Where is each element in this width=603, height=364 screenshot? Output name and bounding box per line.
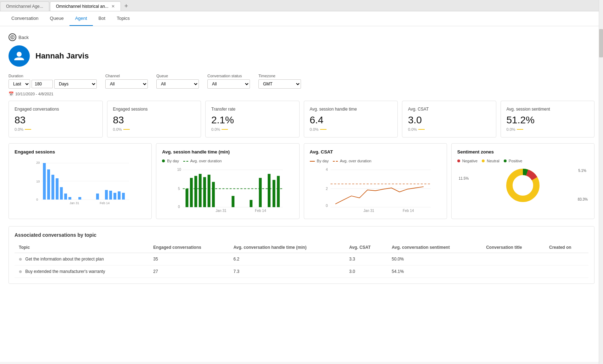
kpi-avg-handle: Avg. session handle time 6.4 0.0% xyxy=(304,101,398,138)
nav-conversation[interactable]: Conversation xyxy=(6,11,44,26)
engaged-sessions-chart: Engaged sessions 20 10 0 xyxy=(9,143,152,219)
close-icon[interactable]: ✕ xyxy=(111,4,115,9)
engaged-sessions-title: Engaged sessions xyxy=(15,149,146,155)
nav-queue[interactable]: Queue xyxy=(44,11,69,26)
tab-2[interactable]: Omnichannel historical an... ✕ xyxy=(50,1,121,11)
byday-dot xyxy=(162,159,165,162)
nav-bar: Conversation Queue Agent Bot Topics xyxy=(0,11,603,26)
positive-dot xyxy=(504,159,507,162)
svg-text:Jan 31: Jan 31 xyxy=(216,209,227,212)
tab-1[interactable]: Omnichannel Age... xyxy=(0,1,49,11)
kpi-5-value: 51.2% xyxy=(507,114,589,126)
kpi-1-title: Engaged sessions xyxy=(113,107,195,112)
timezone-label: Timezone xyxy=(258,74,301,78)
table-row: ⊕ Buy extended the manufacturer's warran… xyxy=(15,265,588,278)
kpi-4-bar xyxy=(418,129,425,130)
col-engaged-conv: Engaged conversations xyxy=(149,242,229,253)
kpi-row: Engaged conversations 83 0.0% Engaged se… xyxy=(9,101,594,138)
donut-chart xyxy=(503,166,542,205)
kpi-2-bar xyxy=(222,129,228,130)
scrollbar-thumb[interactable] xyxy=(599,29,603,57)
svg-rect-13 xyxy=(64,194,67,200)
avg-legend-item: Avg. over duration xyxy=(183,159,222,163)
neutral-label: Neutral xyxy=(487,159,499,163)
calendar-icon: 📅 xyxy=(9,91,14,96)
kpi-0-title: Engaged conversations xyxy=(15,107,97,112)
channel-label: Channel xyxy=(105,74,148,78)
svg-rect-16 xyxy=(96,194,99,200)
topics-table: Topic Engaged conversations Avg. convers… xyxy=(15,242,588,278)
channel-select[interactable]: All xyxy=(105,79,148,89)
kpi-transfer-rate: Transfer rate 2.1% 0.0% xyxy=(205,101,300,138)
queue-select[interactable]: All xyxy=(156,79,199,89)
avg-handle-legend: By day Avg. over duration xyxy=(162,159,293,163)
positive-pct: 5.1% xyxy=(578,169,586,173)
neutral-pct: 83.3% xyxy=(578,197,588,201)
avg-dash xyxy=(183,161,188,162)
svg-text:Feb 14: Feb 14 xyxy=(100,201,110,205)
browser-tabs: Omnichannel Age... Omnichannel historica… xyxy=(0,0,603,11)
negative-legend-item: Negative xyxy=(457,159,478,163)
svg-rect-17 xyxy=(105,190,108,200)
tab-2-label: Omnichannel historical an... xyxy=(56,4,108,9)
duration-label: Duration xyxy=(9,74,97,78)
avg-handle-cell-1: 7.3 xyxy=(229,265,345,278)
scrollbar[interactable] xyxy=(599,0,603,362)
topic-cell-1: ⊕ Buy extended the manufacturer's warran… xyxy=(15,265,149,278)
nav-bot[interactable]: Bot xyxy=(93,11,111,26)
created-on-cell-0 xyxy=(545,253,588,265)
negative-dot xyxy=(457,159,460,162)
duration-row: Last Days xyxy=(9,79,97,89)
svg-rect-41 xyxy=(268,174,270,207)
kpi-4-change-text: 0.0% xyxy=(408,127,417,131)
kpi-engaged-conv: Engaged conversations 83 0.0% xyxy=(9,101,103,138)
agent-name: Hannah Jarvis xyxy=(35,51,89,61)
svg-text:Jan 31: Jan 31 xyxy=(69,201,79,205)
svg-rect-40 xyxy=(259,178,262,207)
csat-byday-label: By day xyxy=(317,159,329,163)
back-button[interactable]: Back xyxy=(9,33,594,41)
duration-unit-select[interactable]: Days xyxy=(54,79,97,89)
kpi-2-change: 0.0% xyxy=(211,127,294,131)
conv-title-cell-1 xyxy=(482,265,545,278)
duration-type-select[interactable]: Last xyxy=(9,79,30,89)
sentiment-title: Sentiment zones xyxy=(457,149,588,155)
svg-rect-38 xyxy=(232,196,235,207)
kpi-1-value: 83 xyxy=(113,114,195,126)
svg-text:20: 20 xyxy=(36,161,40,164)
kpi-4-title: Avg. CSAT xyxy=(408,107,490,112)
table-header-row: Topic Engaged conversations Avg. convers… xyxy=(15,242,588,253)
main-content: Back Hannah Jarvis Duration Last Days xyxy=(0,26,603,362)
kpi-0-bar xyxy=(25,129,31,130)
timezone-select[interactable]: GMT xyxy=(258,79,301,89)
duration-value-input[interactable] xyxy=(32,80,53,88)
negative-label: Negative xyxy=(462,159,478,163)
kpi-5-title: Avg. session sentiment xyxy=(507,107,589,112)
col-avg-csat: Avg. CSAT xyxy=(345,242,387,253)
nav-topics[interactable]: Topics xyxy=(111,11,135,26)
csat-byday-line xyxy=(310,161,315,162)
avg-sentiment-cell-0: 50.0% xyxy=(387,253,482,265)
kpi-5-bar xyxy=(517,129,523,130)
svg-rect-31 xyxy=(186,189,189,207)
svg-rect-35 xyxy=(203,177,206,207)
avg-csat-legend: By day Avg. over duration xyxy=(310,159,441,163)
conv-status-select[interactable]: All xyxy=(207,79,250,89)
expand-icon-0[interactable]: ⊕ xyxy=(19,257,22,261)
kpi-4-change: 0.0% xyxy=(408,127,490,131)
byday-label: By day xyxy=(167,159,179,163)
kpi-engaged-sessions: Engaged sessions 83 0.0% xyxy=(107,101,201,138)
avg-csat-chart: Avg. CSAT By day Avg. over duration 4 2 … xyxy=(304,143,447,219)
back-icon xyxy=(9,33,16,41)
expand-icon-1[interactable]: ⊕ xyxy=(19,269,22,274)
sentiment-legend: Negative Neutral Positive xyxy=(457,159,588,163)
conv-status-filter: Conversation status All xyxy=(207,74,250,89)
csat-avg-label: Avg. over duration xyxy=(340,159,372,163)
nav-agent[interactable]: Agent xyxy=(69,11,93,26)
svg-rect-21 xyxy=(122,193,125,200)
avg-handle-time-chart: Avg. session handle time (min) By day Av… xyxy=(156,143,299,219)
add-tab-button[interactable]: + xyxy=(122,2,131,10)
kpi-3-value: 6.4 xyxy=(310,114,392,126)
kpi-avg-csat: Avg. CSAT 3.0 0.0% xyxy=(402,101,496,138)
svg-rect-32 xyxy=(190,178,193,207)
